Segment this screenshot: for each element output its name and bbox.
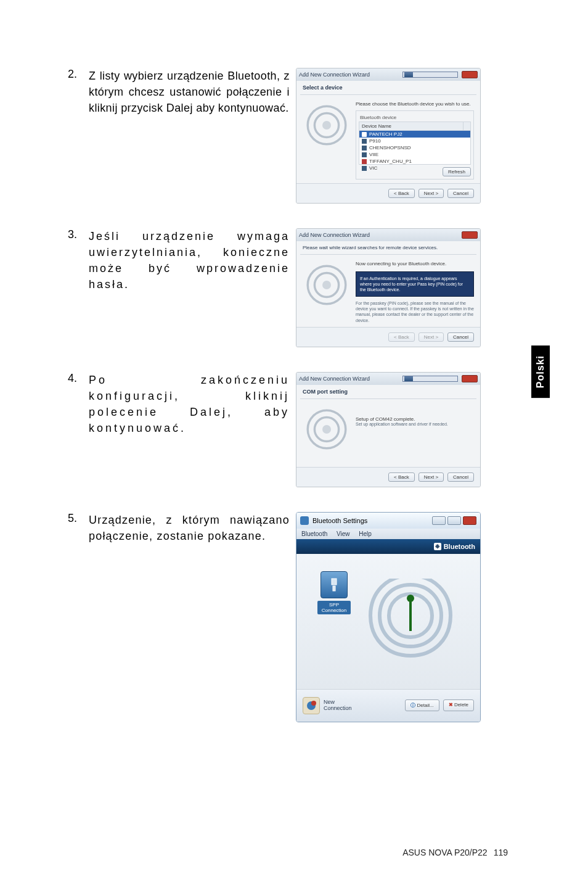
brand-band: ❉ Bluetooth <box>296 539 480 554</box>
menu-help[interactable]: Help <box>359 530 372 537</box>
cancel-button[interactable]: Cancel <box>447 189 474 198</box>
signal-icon <box>364 579 457 661</box>
language-tab: Polski <box>531 345 550 398</box>
groupbox-label: Bluetooth device <box>359 113 471 122</box>
device-name: SPP <box>329 602 339 608</box>
dialog-title: Add New Connection Wizard <box>299 72 402 78</box>
section-label: COM port setting <box>296 385 480 398</box>
help-text: For the passkey (PIN code), please see t… <box>356 300 474 323</box>
new-connection-button[interactable]: NewConnection <box>303 697 352 714</box>
device-icon <box>362 166 367 171</box>
product-name: ASUS NOVA P20/P22 <box>402 848 487 857</box>
list-item[interactable]: VIIE <box>359 151 470 158</box>
app-icon <box>300 516 309 525</box>
disc-icon <box>303 405 351 453</box>
menu-bluetooth[interactable]: Bluetooth <box>301 530 327 537</box>
svg-point-14 <box>311 701 316 706</box>
device-canvas: SPPConnection <box>296 554 480 690</box>
dialog-title: Add New Connection Wizard <box>299 232 380 238</box>
cancel-button[interactable]: Cancel <box>447 472 474 482</box>
svg-rect-10 <box>333 586 335 591</box>
back-button[interactable]: < Back <box>388 189 415 198</box>
device-listbox[interactable]: Device Name PANTECH PJ2 P910 CHENSHOPSNS… <box>359 122 471 165</box>
delete-button[interactable]: ✖ Delete <box>443 699 474 711</box>
detail-button[interactable]: ⓘ Detail... <box>405 699 439 711</box>
paired-device-icon[interactable]: SPPConnection <box>317 571 351 614</box>
step-number: 3. <box>68 228 89 241</box>
svg-rect-9 <box>332 579 337 585</box>
section-label: Please wait while wizard searches for re… <box>296 241 480 254</box>
column-header[interactable]: Device Name <box>359 122 463 130</box>
svg-point-12 <box>407 595 414 602</box>
page-footer: ASUS NOVA P20/P22 119 <box>68 848 508 857</box>
list-item[interactable]: PANTECH PJ2 <box>359 131 470 138</box>
dialog-title: Add New Connection Wizard <box>299 376 402 382</box>
status-text-sub: Set up application software and driver i… <box>356 422 474 426</box>
device-icon <box>362 152 367 157</box>
close-icon[interactable] <box>463 516 476 525</box>
device-sub: Connection <box>322 608 346 613</box>
step-number: 5. <box>68 512 89 525</box>
next-button[interactable]: Next > <box>419 472 444 482</box>
list-item[interactable]: TIFFANY_CHU_P1 <box>359 158 470 165</box>
maximize-icon[interactable] <box>447 516 461 525</box>
step-text: Jeśli urządzenie wymaga uwierzytelniania… <box>89 228 290 292</box>
back-button[interactable]: < Back <box>388 472 415 482</box>
menu-view[interactable]: View <box>337 530 350 537</box>
page-number: 119 <box>494 848 508 857</box>
device-icon <box>362 159 367 164</box>
step-text: Z listy wybierz urządzenie Bluetooth, z … <box>89 68 290 116</box>
next-button[interactable]: Next > <box>419 189 444 198</box>
svg-point-2 <box>322 121 331 130</box>
status-text: Now connecting to your Bluetooth device. <box>356 261 474 266</box>
step-number: 4. <box>68 372 89 385</box>
minimize-icon[interactable] <box>432 516 446 525</box>
dialog-com-port: Add New Connection Wizard COM port setti… <box>296 372 481 487</box>
hint-text: Please choose the Bluetooth device you w… <box>356 101 474 107</box>
progress-bar <box>402 72 458 78</box>
close-icon[interactable] <box>462 375 478 382</box>
menu-bar: Bluetooth View Help <box>296 529 480 539</box>
window-title: Bluetooth Settings <box>312 517 432 524</box>
bluetooth-settings-window: Bluetooth Settings Bluetooth View Help ❉… <box>296 512 481 722</box>
svg-point-8 <box>322 425 331 434</box>
device-icon <box>362 146 367 151</box>
step-number: 2. <box>68 68 89 81</box>
dialog-select-device: Add New Connection Wizard Select a devic… <box>296 68 481 204</box>
dialog-searching: Add New Connection Wizard Please wait wh… <box>296 228 481 347</box>
progress-bar <box>402 376 458 382</box>
step-text: Po zakończeniu konfiguracji, kliknij pol… <box>89 372 290 436</box>
back-button: < Back <box>388 332 415 342</box>
bluetooth-logo-icon: ❉ <box>434 543 441 550</box>
step-text: Urządzenie, z którym nawiązano połączeni… <box>89 512 290 544</box>
list-item[interactable]: CHENSHOPSNSD <box>359 144 470 151</box>
device-icon <box>362 139 367 144</box>
info-box: If an Authentication is required, a dial… <box>356 271 474 297</box>
close-icon[interactable] <box>462 231 478 239</box>
section-label: Select a device <box>296 81 480 94</box>
device-icon <box>362 132 367 137</box>
new-connection-icon <box>303 697 320 714</box>
disc-icon <box>303 101 351 149</box>
close-icon[interactable] <box>462 71 478 78</box>
refresh-button[interactable]: Refresh <box>443 167 471 176</box>
list-item[interactable]: P910 <box>359 138 470 144</box>
disc-icon <box>303 261 351 309</box>
status-text: Setup of COM42 complete. <box>356 416 474 422</box>
next-button: Next > <box>419 332 444 342</box>
cancel-button[interactable]: Cancel <box>447 332 474 342</box>
svg-point-5 <box>322 281 331 289</box>
